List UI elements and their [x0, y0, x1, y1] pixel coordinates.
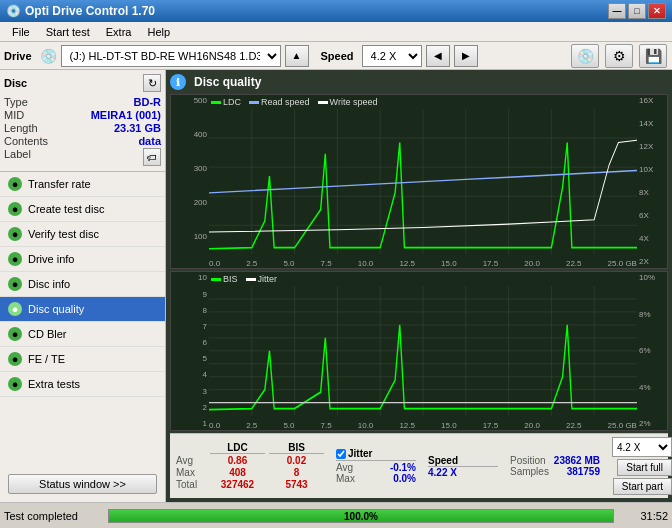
nav-item-label-create-test-disc: Create test disc: [28, 203, 104, 215]
nav-item-label-extra-tests: Extra tests: [28, 378, 80, 390]
jitter-max-val: 0.0%: [393, 473, 416, 484]
nav-item-icon-extra-tests: ●: [8, 377, 22, 391]
legend-jitter: Jitter: [258, 274, 278, 284]
start-part-button[interactable]: Start part: [613, 478, 672, 495]
save-icon-button[interactable]: 💾: [639, 44, 667, 68]
menu-extra[interactable]: Extra: [98, 24, 140, 40]
bottom-chart-svg: [209, 286, 637, 416]
status-bar: Test completed 100.0% 31:52: [0, 502, 672, 528]
position-label: Position: [510, 455, 546, 466]
legend-bis: BIS: [223, 274, 238, 284]
speed-select[interactable]: 4.2 X: [362, 45, 422, 67]
stats-empty-header: [176, 442, 206, 454]
quality-icon: ℹ: [170, 74, 186, 90]
left-panel: Disc ↻ Type BD-R MID MEIRA1 (001) Length…: [0, 70, 166, 502]
disc-contents-row: Contents data: [4, 135, 161, 147]
menu-file[interactable]: File: [4, 24, 38, 40]
jitter-max-label: Max: [336, 473, 355, 484]
nav-item-create-test-disc[interactable]: ●Create test disc: [0, 197, 165, 222]
bottom-chart-inner: [209, 286, 637, 416]
disc-type-label: Type: [4, 96, 28, 108]
legend-read-speed: Read speed: [261, 97, 310, 107]
disc-section: Disc ↻ Type BD-R MID MEIRA1 (001) Length…: [0, 70, 165, 172]
top-chart-inner: [209, 109, 637, 254]
menu-start-test[interactable]: Start test: [38, 24, 98, 40]
quality-header: ℹ Disc quality: [170, 74, 668, 90]
samples-label: Samples: [510, 466, 549, 477]
jitter-checkbox[interactable]: [336, 449, 346, 459]
disc-contents-label: Contents: [4, 135, 48, 147]
speed-stat-label: Speed: [428, 455, 498, 467]
settings-icon-button[interactable]: ⚙: [605, 44, 633, 68]
disc-icon-button[interactable]: 💿: [571, 44, 599, 68]
nav-item-fe-te[interactable]: ●FE / TE: [0, 347, 165, 372]
maximize-button[interactable]: □: [628, 3, 646, 19]
disc-length-row: Length 23.31 GB: [4, 122, 161, 134]
speed-prev-button[interactable]: ◀: [426, 45, 450, 67]
stats-bar: LDC BIS Avg 0.86 0.02 Max 408 8 Total 32…: [170, 433, 668, 498]
eject-button[interactable]: ▲: [285, 45, 309, 67]
stats-speed-select[interactable]: 4.2 X: [612, 437, 672, 457]
start-full-button[interactable]: Start full: [617, 459, 672, 476]
top-chart-legend: LDC Read speed Write speed: [211, 97, 377, 107]
jitter-label: Jitter: [348, 448, 372, 459]
disc-refresh-button[interactable]: ↻: [143, 74, 161, 92]
legend-ldc: LDC: [223, 97, 241, 107]
disc-label-label: Label: [4, 148, 31, 166]
status-window-button[interactable]: Status window >>: [8, 474, 157, 494]
nav-item-extra-tests[interactable]: ●Extra tests: [0, 372, 165, 397]
nav-item-label-disc-info: Disc info: [28, 278, 70, 290]
right-panel: ℹ Disc quality LDC Read speed: [166, 70, 672, 502]
nav-item-transfer-rate[interactable]: ●Transfer rate: [0, 172, 165, 197]
stats-ldc-total: 327462: [210, 479, 265, 490]
stats-bis-header: BIS: [269, 442, 324, 454]
disc-length-value: 23.31 GB: [114, 122, 161, 134]
title-bar: 💿 Opti Drive Control 1.70 — □ ✕: [0, 0, 672, 22]
legend-write-speed: Write speed: [330, 97, 378, 107]
bottom-chart-y-axis-right: 10% 8% 6% 4% 2%: [637, 272, 667, 430]
nav-item-icon-drive-info: ●: [8, 252, 22, 266]
stats-avg-label: Avg: [176, 455, 206, 466]
nav-item-disc-quality[interactable]: ●Disc quality: [0, 297, 165, 322]
nav-item-drive-info[interactable]: ●Drive info: [0, 247, 165, 272]
disc-label-icon-button[interactable]: 🏷: [143, 148, 161, 166]
speed-next-button[interactable]: ▶: [454, 45, 478, 67]
disc-mid-label: MID: [4, 109, 24, 121]
nav-item-disc-info[interactable]: ●Disc info: [0, 272, 165, 297]
bottom-chart-legend: BIS Jitter: [211, 274, 277, 284]
stats-bis-avg: 0.02: [269, 455, 324, 466]
disc-mid-value: MEIRA1 (001): [91, 109, 161, 121]
nav-item-verify-test-disc[interactable]: ●Verify test disc: [0, 222, 165, 247]
stats-ldc-header: LDC: [210, 442, 265, 454]
nav-item-icon-transfer-rate: ●: [8, 177, 22, 191]
disc-type-value: BD-R: [134, 96, 162, 108]
stats-ldc-max: 408: [210, 467, 265, 478]
drive-select[interactable]: (J:) HL-DT-ST BD-RE WH16NS48 1.D3: [61, 45, 281, 67]
nav-item-label-drive-info: Drive info: [28, 253, 74, 265]
bottom-chart-x-axis: 0.0 2.5 5.0 7.5 10.0 12.5 15.0 17.5 20.0…: [209, 416, 637, 430]
app-title: Opti Drive Control 1.70: [25, 4, 155, 18]
disc-length-label: Length: [4, 122, 38, 134]
top-chart-svg: [209, 109, 637, 254]
speed-stat-value: 4.22 X: [428, 467, 498, 478]
close-button[interactable]: ✕: [648, 3, 666, 19]
nav-list: ●Transfer rate●Create test disc●Verify t…: [0, 172, 165, 397]
progress-text: 100.0%: [109, 511, 613, 522]
menu-help[interactable]: Help: [139, 24, 178, 40]
drive-label: Drive: [4, 50, 32, 62]
nav-item-icon-disc-info: ●: [8, 277, 22, 291]
nav-item-icon-disc-quality: ●: [8, 302, 22, 316]
nav-item-icon-verify-test-disc: ●: [8, 227, 22, 241]
jitter-avg-label: Avg: [336, 462, 353, 473]
stats-max-label: Max: [176, 467, 206, 478]
nav-item-icon-cd-bler: ●: [8, 327, 22, 341]
samples-value: 381759: [567, 466, 600, 477]
nav-item-label-verify-test-disc: Verify test disc: [28, 228, 99, 240]
top-chart-y-axis-right: 16X 14X 12X 10X 8X 6X 4X 2X: [637, 95, 667, 268]
nav-item-cd-bler[interactable]: ●CD Bler: [0, 322, 165, 347]
minimize-button[interactable]: —: [608, 3, 626, 19]
nav-item-label-disc-quality: Disc quality: [28, 303, 84, 315]
disc-type-row: Type BD-R: [4, 96, 161, 108]
time-text: 31:52: [618, 510, 668, 522]
app-icon: 💿: [6, 4, 21, 18]
